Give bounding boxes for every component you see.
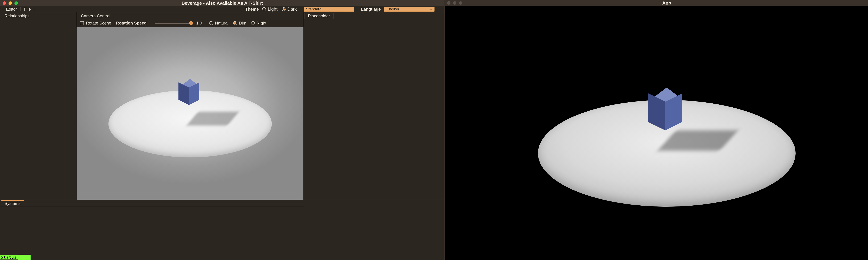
app-scene-viewport[interactable]	[444, 6, 868, 260]
minimize-icon[interactable]	[8, 1, 12, 5]
traffic-lights	[3, 1, 18, 5]
language-label: Language	[361, 7, 381, 12]
workspace: Relationships Camera Control Rotate Scen…	[0, 12, 444, 200]
chevron-down-icon: ⌄	[349, 7, 352, 11]
app-window: App	[444, 0, 868, 260]
checkbox-icon	[80, 21, 84, 25]
status-bar: Status	[0, 255, 444, 260]
rotation-speed-value: 1.0	[196, 21, 205, 26]
scene-cube	[644, 87, 689, 133]
tab-systems[interactable]: Systems	[1, 200, 24, 206]
lighting-natural-label: Natural	[215, 21, 228, 26]
menubar: Editor File Theme Light Dark Standard ⌄ …	[0, 6, 444, 12]
theme-light-radio[interactable]: Light	[262, 6, 277, 12]
relationships-body	[0, 19, 76, 200]
radio-icon	[282, 7, 286, 11]
slider-thumb-icon[interactable]	[189, 21, 193, 25]
theme-dark-label: Dark	[287, 6, 297, 12]
close-icon[interactable]	[447, 1, 451, 5]
systems-tabstrip: Systems	[0, 200, 304, 206]
language-dropdown-value: English	[386, 7, 399, 11]
theme-dropdown-value: Standard	[306, 7, 321, 11]
tab-placeholder[interactable]: Placeholder	[304, 13, 334, 19]
rotate-scene-checkbox[interactable]: Rotate Scene	[80, 21, 111, 26]
radio-icon	[262, 7, 266, 11]
scene-background	[76, 27, 304, 200]
camera-panel: Camera Control Rotate Scene Rotation Spe…	[76, 12, 304, 200]
lighting-dim-radio[interactable]: Dim	[233, 21, 246, 26]
status-text: Status	[0, 255, 19, 259]
editor-window: Beverage - Also Available As A T-Shirt E…	[0, 0, 444, 260]
zoom-icon[interactable]	[459, 1, 462, 5]
rotation-speed-label: Rotation Speed	[116, 21, 147, 26]
scene-viewport[interactable]	[76, 27, 304, 200]
window-title: Beverage - Also Available As A T-Shirt	[0, 1, 444, 6]
minimize-icon[interactable]	[453, 1, 456, 5]
placeholder-tabstrip: Placeholder	[304, 12, 444, 19]
scene-cube	[176, 79, 204, 107]
bottom-right-panel	[304, 200, 444, 255]
relationships-tabstrip: Relationships	[0, 12, 76, 19]
lighting-night-radio[interactable]: Night	[251, 21, 266, 26]
theme-dropdown[interactable]: Standard ⌄	[304, 7, 354, 12]
menu-editor[interactable]: Editor	[3, 6, 20, 12]
titlebar-left[interactable]: Beverage - Also Available As A T-Shirt	[0, 0, 444, 6]
placeholder-body	[304, 19, 444, 200]
lighting-night-label: Night	[256, 21, 266, 26]
window-title: App	[444, 0, 868, 6]
rotate-scene-label: Rotate Scene	[86, 21, 111, 26]
theme-light-label: Light	[268, 6, 277, 12]
placeholder-panel: Placeholder	[304, 12, 444, 200]
systems-body	[0, 206, 304, 255]
theme-label: Theme	[245, 7, 259, 12]
theme-dark-radio[interactable]: Dark	[282, 6, 297, 12]
radio-icon	[209, 21, 213, 25]
radio-icon	[233, 21, 237, 25]
titlebar-right[interactable]: App	[444, 0, 868, 6]
close-icon[interactable]	[3, 1, 6, 5]
radio-icon	[251, 21, 255, 25]
camera-controls-bar: Rotate Scene Rotation Speed 1.0 Natural …	[76, 19, 304, 27]
bottom-panels: Systems	[0, 200, 444, 255]
status-fill	[19, 255, 31, 260]
lighting-natural-radio[interactable]: Natural	[209, 21, 228, 26]
tab-relationships[interactable]: Relationships	[1, 13, 33, 19]
tab-camera-control[interactable]: Camera Control	[77, 13, 114, 19]
theme-radio-group: Light Dark	[262, 6, 297, 12]
relationships-panel: Relationships	[0, 12, 76, 200]
language-dropdown[interactable]: English ⌄	[384, 7, 435, 12]
menu-separator	[34, 7, 34, 11]
zoom-icon[interactable]	[14, 1, 18, 5]
rotation-speed-slider[interactable]	[155, 23, 191, 24]
chevron-down-icon: ⌄	[430, 7, 432, 11]
systems-panel: Systems	[0, 200, 304, 255]
traffic-lights	[447, 1, 462, 5]
menu-file[interactable]: File	[21, 6, 34, 12]
camera-tabstrip: Camera Control	[76, 12, 304, 19]
lighting-dim-label: Dim	[239, 21, 246, 26]
